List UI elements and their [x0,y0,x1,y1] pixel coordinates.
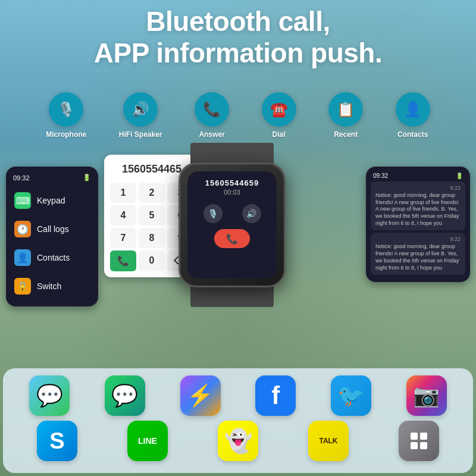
watch-strap-top [190,143,274,164]
contacts-icon: 👤 [396,92,430,127]
dial-icon: ☎️ [262,92,296,127]
notif-text-2: Notice: good morning, dear group friends… [375,243,461,271]
hifi-speaker-label: HiFi Speaker [119,130,162,139]
apps-section: 💬 💬 ⚡ f 🐦 📷 S LINE 👻 TALK [3,368,473,473]
dial-label: Dial [273,130,286,139]
menu-item-switch[interactable]: 🔒 Switch [6,272,98,300]
microphone-icon: 🎙️ [49,92,83,127]
svg-rect-3 [420,442,427,449]
dial-call-button[interactable]: 📞 [110,250,136,271]
app-snapchat[interactable]: 👻 [218,421,258,461]
feature-recent: 📋 Recent [328,92,363,139]
watch-strap-bottom [190,286,274,307]
app-twitter[interactable]: 🐦 [331,375,371,416]
svg-rect-0 [411,433,418,440]
header-line1: Bluetooth call, [146,6,330,37]
keypad-icon: ⌨ [14,192,31,209]
call-logs-icon: 🕐 [14,221,31,237]
contacts-label: Contacts [397,130,428,139]
apps-row-2: S LINE 👻 TALK [12,421,464,461]
microphone-label: Microphone [46,130,86,139]
switch-label: Switch [37,281,61,291]
contacts-menu-label: Contacts [37,253,70,262]
main-container: Bluetooth call, APP information push. 🎙️… [0,0,476,476]
menu-item-contacts[interactable]: 👤 Contacts [6,243,98,272]
app-line[interactable]: LINE [127,421,168,461]
header-title: Bluetooth call, APP information push. [0,6,476,69]
app-instagram[interactable]: 📷 [406,375,447,416]
feature-answer: 📞 Answer [195,92,229,139]
app-messenger[interactable]: ⚡ [180,375,221,416]
watch-body: 15605544659 00:03 🎙️ 🔊 📞 [178,162,286,287]
watch-call-duration: 00:03 [187,189,277,201]
menu-item-keypad[interactable]: ⌨ Keypad [6,186,98,215]
menu-item-call-logs[interactable]: 🕐 Call logs [6,215,98,243]
svg-rect-1 [420,433,427,440]
menu-time: 09:32 [13,174,30,181]
feature-contacts: 👤 Contacts [396,92,430,139]
apps-row-1: 💬 💬 ⚡ f 🐦 📷 [12,375,464,416]
keypad-label: Keypad [37,196,65,205]
dial-key-2[interactable]: 2 [139,183,165,203]
watch-call-number: 15605544659 [187,171,277,189]
app-whatsapp[interactable]: 💬 [105,375,145,416]
watch-mute-button[interactable]: 🎙️ [203,204,223,223]
app-imessage[interactable]: 💬 [29,375,70,416]
answer-label: Answer [199,130,224,139]
notif-text-1: Notice: good morning, dear group friends… [375,192,461,227]
watch-screen: 15605544659 00:03 🎙️ 🔊 📞 [187,171,277,278]
smartwatch: 15605544659 00:03 🎙️ 🔊 📞 [176,143,289,307]
answer-icon: 📞 [195,92,229,127]
call-logs-label: Call logs [37,224,69,234]
dial-key-1[interactable]: 1 [110,183,136,203]
notif-time: 09:32 [373,173,388,179]
phone-menu-header: 09:32 🔋 [6,173,98,186]
feature-hifi-speaker: 🔊 HiFi Speaker [119,92,162,139]
menu-battery: 🔋 [83,174,91,181]
svg-rect-2 [411,442,418,449]
dial-key-5[interactable]: 5 [139,205,165,226]
watch-call-actions: 🎙️ 🔊 [187,201,277,227]
dial-key-7[interactable]: 7 [110,228,136,248]
notification-panel: 09:32 🔋 9:22 Notice: good morning, dear … [366,167,470,282]
notification-item-1: 9:22 Notice: good morning, dear group fr… [371,181,465,230]
contacts-menu-icon: 👤 [14,249,31,266]
watch-end-call-button[interactable]: 📞 [214,229,250,248]
switch-icon: 🔒 [14,278,31,295]
recent-icon: 📋 [328,92,363,127]
phone-menu-panel: 09:32 🔋 ⌨ Keypad 🕐 Call logs 👤 Contacts … [6,167,98,306]
notification-header: 09:32 🔋 [371,171,465,181]
header-section: Bluetooth call, APP information push. [0,6,476,69]
hifi-speaker-icon: 🔊 [123,92,158,127]
dial-key-8[interactable]: 8 [139,228,165,248]
app-kakaotalk[interactable]: TALK [308,421,349,461]
app-grid[interactable] [399,421,439,461]
feature-microphone: 🎙️ Microphone [46,92,86,139]
feature-dial: ☎️ Dial [262,92,296,139]
dial-key-0[interactable]: 0 [139,250,165,271]
notif-time-1: 9:22 [375,185,461,191]
notification-item-2: 9:22 Notice: good morning, dear group fr… [371,233,465,275]
header-line2: APP information push. [94,37,382,68]
dial-key-4[interactable]: 4 [110,205,136,226]
recent-label: Recent [334,130,358,139]
notif-time-2: 9:22 [375,236,461,242]
notif-battery: 🔋 [456,173,463,179]
watch-volume-button[interactable]: 🔊 [242,204,261,223]
features-row: 🎙️ Microphone 🔊 HiFi Speaker 📞 Answer ☎️… [30,92,446,139]
app-skype[interactable]: S [37,421,77,461]
app-facebook[interactable]: f [255,375,296,416]
